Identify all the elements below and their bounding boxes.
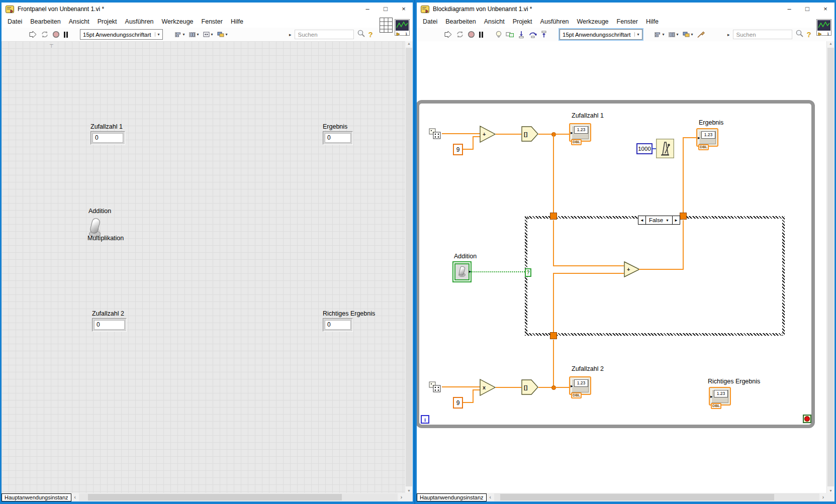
reorder-dropdown[interactable]: ▾: [217, 29, 228, 40]
distribute-objects-dropdown[interactable]: ▾: [668, 29, 679, 40]
addition-boolean-terminal[interactable]: ▸: [452, 261, 472, 282]
menu-datei[interactable]: Datei: [4, 18, 26, 25]
case-input-tunnel-top[interactable]: [550, 213, 557, 220]
search-icon[interactable]: [795, 29, 804, 40]
menu-projekt[interactable]: Projekt: [509, 18, 536, 25]
menu-fenster[interactable]: Fenster: [613, 18, 642, 25]
zufallzahl1-indicator[interactable]: 0: [90, 131, 125, 145]
pause-button[interactable]: [63, 29, 68, 40]
maximize-icon[interactable]: □: [377, 3, 395, 16]
font-selector[interactable]: 15pt Anwendungsschriftart ▾: [560, 29, 642, 40]
distribute-objects-dropdown[interactable]: ▾: [189, 29, 199, 40]
scroll-up-icon[interactable]: ▲: [405, 42, 413, 45]
clean-up-diagram-icon[interactable]: [697, 29, 705, 40]
menu-bearbeiten[interactable]: Bearbeiten: [441, 18, 480, 25]
scroll-right-icon[interactable]: ›: [819, 494, 827, 500]
close-icon[interactable]: ×: [395, 3, 413, 16]
ergebnis-terminal[interactable]: ▸ 1.23 DBL: [696, 128, 718, 147]
operator-node-top[interactable]: +: [480, 126, 496, 143]
richtiges-ergebnis-indicator[interactable]: 0: [323, 318, 353, 332]
align-objects-dropdown[interactable]: ▾: [654, 29, 665, 40]
round-to-nearest-node[interactable]: []: [521, 126, 538, 142]
highlight-execution-icon[interactable]: [495, 29, 502, 40]
multiply-node-bottom[interactable]: x: [480, 379, 496, 396]
step-out-icon[interactable]: [540, 29, 548, 40]
case-selector[interactable]: ◄ False▼ ►: [638, 216, 680, 225]
minimize-icon[interactable]: –: [358, 3, 377, 16]
menu-hilfe[interactable]: Hilfe: [227, 18, 247, 25]
random-number-dice-icon[interactable]: [429, 127, 442, 141]
resize-objects-dropdown[interactable]: ▾: [203, 29, 213, 40]
constant-nine[interactable]: 9: [453, 144, 463, 155]
minimize-icon[interactable]: –: [780, 3, 798, 16]
zufallzahl2-indicator[interactable]: 0: [92, 318, 127, 332]
context-help-icon[interactable]: ?: [368, 30, 373, 39]
context-help-icon[interactable]: ?: [807, 30, 811, 39]
align-objects-dropdown[interactable]: ▾: [174, 29, 185, 40]
abort-button[interactable]: [52, 29, 60, 40]
run-button[interactable]: [444, 29, 452, 40]
horizontal-scroll-thumb[interactable]: [88, 494, 342, 500]
menu-ausfuehren[interactable]: Ausführen: [536, 18, 573, 25]
case-prev-icon[interactable]: ◄: [638, 216, 645, 224]
front-panel-canvas[interactable]: ⊤ Zufallzahl 1 0 Ergebnis 0 Addition Mul…: [2, 41, 405, 493]
abort-button[interactable]: [468, 29, 475, 40]
info-icon[interactable]: i: [421, 415, 429, 424]
search-input[interactable]: Suchen: [295, 30, 354, 39]
scroll-up-icon[interactable]: ▲: [827, 42, 834, 45]
step-over-icon[interactable]: [529, 29, 537, 40]
block-diagram-titlebar[interactable]: Blockdiagramm von Unbenannt 1.vi * – □ ×: [417, 3, 834, 16]
horizontal-scroll-thumb[interactable]: [500, 494, 774, 500]
menu-werkzeuge[interactable]: Werkzeuge: [158, 18, 198, 25]
step-into-icon[interactable]: [518, 29, 525, 40]
scroll-left-icon[interactable]: ‹: [487, 494, 494, 500]
random-number-dice-icon[interactable]: [429, 380, 442, 394]
reorder-dropdown[interactable]: ▾: [682, 29, 693, 40]
search-history-icon[interactable]: ▸: [727, 32, 730, 37]
vertical-scrollbar[interactable]: ▲ ▼: [405, 41, 413, 493]
wait-until-next-ms-icon[interactable]: [656, 139, 674, 158]
font-selector[interactable]: 15pt Anwendungsschriftart ▾: [80, 29, 163, 40]
menu-datei[interactable]: Datei: [419, 18, 441, 25]
ergebnis-indicator[interactable]: 0: [323, 131, 353, 145]
scroll-down-icon[interactable]: ▼: [405, 489, 413, 492]
case-output-tunnel[interactable]: [680, 213, 687, 220]
search-input[interactable]: Suchen: [733, 30, 792, 39]
vertical-scroll-thumb[interactable]: [406, 48, 412, 486]
run-button[interactable]: [29, 29, 37, 40]
pause-button[interactable]: [479, 29, 484, 40]
close-icon[interactable]: ×: [816, 3, 834, 16]
run-continuous-button[interactable]: [41, 29, 49, 40]
menu-hilfe[interactable]: Hilfe: [642, 18, 663, 25]
menu-fenster[interactable]: Fenster: [198, 18, 227, 25]
execution-target-selector[interactable]: Hauptanwendungsinstanz: [417, 493, 487, 501]
case-input-tunnel-bottom[interactable]: [550, 332, 557, 339]
execution-target-selector[interactable]: Hauptanwendungsinstanz: [2, 493, 71, 501]
resize-grip[interactable]: [405, 493, 413, 501]
case-structure[interactable]: [525, 216, 785, 336]
menu-ausfuehren[interactable]: Ausführen: [121, 18, 158, 25]
menu-projekt[interactable]: Projekt: [94, 18, 121, 25]
search-icon[interactable]: [357, 29, 365, 40]
add-node-in-case[interactable]: +: [624, 261, 640, 277]
horizontal-scrollbar[interactable]: [79, 493, 398, 501]
block-diagram-canvas[interactable]: 9 + [] Zufallzahl 1 ▸ 1.23 DBL: [417, 41, 827, 493]
horizontal-scrollbar[interactable]: [494, 493, 819, 501]
retain-wire-values-icon[interactable]: [506, 29, 514, 40]
maximize-icon[interactable]: □: [798, 3, 816, 16]
menu-ansicht[interactable]: Ansicht: [65, 18, 94, 25]
chevron-down-icon[interactable]: ▼: [666, 219, 669, 222]
vi-icon[interactable]: 1: [395, 19, 410, 36]
menu-bearbeiten[interactable]: Bearbeiten: [26, 18, 64, 25]
case-next-icon[interactable]: ►: [673, 216, 680, 224]
panel-grid-icon[interactable]: [380, 18, 393, 33]
round-to-nearest-node[interactable]: []: [521, 379, 538, 395]
vi-icon[interactable]: 1: [816, 19, 831, 36]
menu-ansicht[interactable]: Ansicht: [480, 18, 509, 25]
resize-grip[interactable]: [827, 493, 834, 501]
scroll-left-icon[interactable]: ‹: [71, 494, 79, 500]
scroll-down-icon[interactable]: ▼: [827, 489, 834, 492]
run-continuous-button[interactable]: [456, 29, 464, 40]
search-history-icon[interactable]: ▸: [289, 32, 292, 37]
menu-werkzeuge[interactable]: Werkzeuge: [573, 18, 613, 25]
